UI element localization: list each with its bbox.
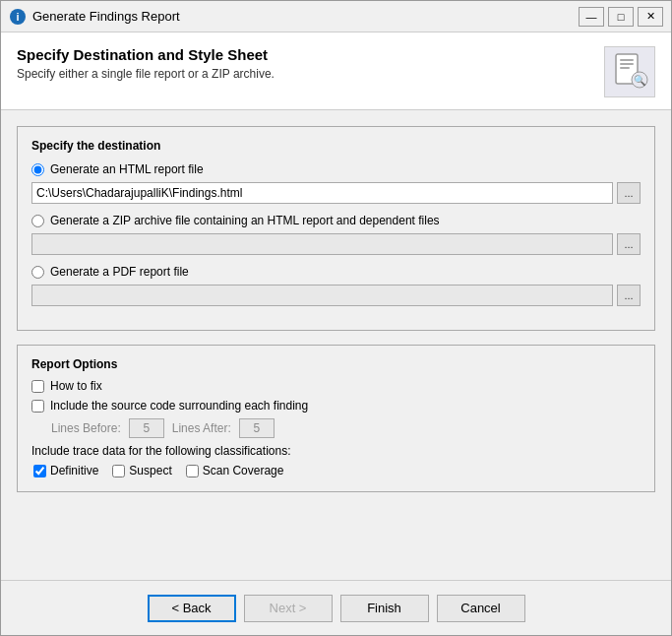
definitive-item: Definitive: [33, 464, 98, 477]
window-title: Generate Findings Report: [32, 9, 573, 24]
header-icon: 🔍: [604, 46, 655, 97]
lines-after-input[interactable]: [239, 418, 275, 438]
lines-row: Lines Before: Lines After:: [51, 418, 641, 438]
zip-option-row: Generate a ZIP archive file containing a…: [31, 214, 641, 227]
suspect-checkbox[interactable]: [112, 465, 125, 477]
pdf-path-row: ...: [31, 285, 641, 306]
html-path-input[interactable]: [31, 182, 613, 204]
suspect-label[interactable]: Suspect: [129, 464, 171, 477]
footer: < Back Next > Finish Cancel: [1, 580, 671, 635]
pdf-path-input[interactable]: [31, 285, 613, 306]
content-area: Specify the destination Generate an HTML…: [1, 110, 671, 580]
svg-text:🔍: 🔍: [634, 74, 646, 87]
page-subtitle: Specify either a single file report or a…: [17, 67, 275, 81]
how-to-fix-row: How to fix: [31, 379, 641, 393]
classifications-label: Include trace data for the following cla…: [31, 444, 641, 458]
back-button[interactable]: < Back: [148, 595, 236, 622]
scan-coverage-label[interactable]: Scan Coverage: [203, 464, 284, 477]
window-icon: i: [9, 8, 27, 26]
lines-before-label: Lines Before:: [51, 421, 121, 435]
definitive-checkbox[interactable]: [33, 465, 46, 477]
title-bar: i Generate Findings Report — □ ✕: [1, 1, 671, 32]
lines-before-input[interactable]: [129, 418, 164, 438]
page-title: Specify Destination and Style Sheet: [17, 46, 275, 63]
report-options-label: Report Options: [31, 357, 641, 371]
definitive-label[interactable]: Definitive: [50, 464, 98, 477]
html-radio[interactable]: [31, 163, 44, 176]
zip-browse-button[interactable]: ...: [617, 233, 641, 255]
zip-path-input[interactable]: [31, 233, 613, 255]
header-text: Specify Destination and Style Sheet Spec…: [17, 46, 275, 81]
source-code-checkbox[interactable]: [31, 400, 44, 413]
pdf-browse-button[interactable]: ...: [617, 285, 641, 306]
svg-rect-5: [620, 67, 630, 69]
scan-coverage-item: Scan Coverage: [186, 464, 284, 477]
main-window: i Generate Findings Report — □ ✕ Specify…: [0, 0, 672, 636]
pdf-radio[interactable]: [31, 266, 44, 279]
html-option-row: Generate an HTML report file: [31, 162, 641, 176]
maximize-button[interactable]: □: [608, 7, 634, 27]
pdf-option-label[interactable]: Generate a PDF report file: [50, 265, 189, 279]
html-option-label[interactable]: Generate an HTML report file: [50, 162, 204, 176]
svg-rect-3: [620, 59, 634, 61]
how-to-fix-label[interactable]: How to fix: [50, 379, 102, 393]
svg-text:i: i: [16, 11, 19, 23]
zip-radio[interactable]: [31, 215, 44, 227]
close-button[interactable]: ✕: [638, 7, 663, 27]
lines-after-label: Lines After:: [172, 421, 231, 435]
source-code-row: Include the source code surrounding each…: [31, 399, 641, 413]
destination-group: Specify the destination Generate an HTML…: [17, 126, 655, 331]
finish-button[interactable]: Finish: [340, 595, 429, 622]
cancel-button[interactable]: Cancel: [437, 595, 525, 622]
minimize-button[interactable]: —: [579, 7, 604, 27]
classifications-row: Definitive Suspect Scan Coverage: [33, 464, 641, 477]
html-browse-button[interactable]: ...: [617, 182, 641, 204]
zip-option-label[interactable]: Generate a ZIP archive file containing a…: [50, 214, 440, 227]
pdf-option-row: Generate a PDF report file: [31, 265, 641, 279]
scan-coverage-checkbox[interactable]: [186, 465, 199, 477]
html-path-row: ...: [31, 182, 641, 204]
destination-group-label: Specify the destination: [31, 139, 641, 153]
next-button[interactable]: Next >: [244, 595, 333, 622]
window-controls: — □ ✕: [579, 7, 663, 27]
how-to-fix-checkbox[interactable]: [31, 380, 44, 393]
zip-path-row: ...: [31, 233, 641, 255]
report-options-group: Report Options How to fix Include the so…: [17, 345, 655, 492]
svg-rect-4: [620, 63, 634, 65]
source-code-label[interactable]: Include the source code surrounding each…: [50, 399, 308, 413]
header-section: Specify Destination and Style Sheet Spec…: [1, 32, 671, 110]
suspect-item: Suspect: [112, 464, 171, 477]
